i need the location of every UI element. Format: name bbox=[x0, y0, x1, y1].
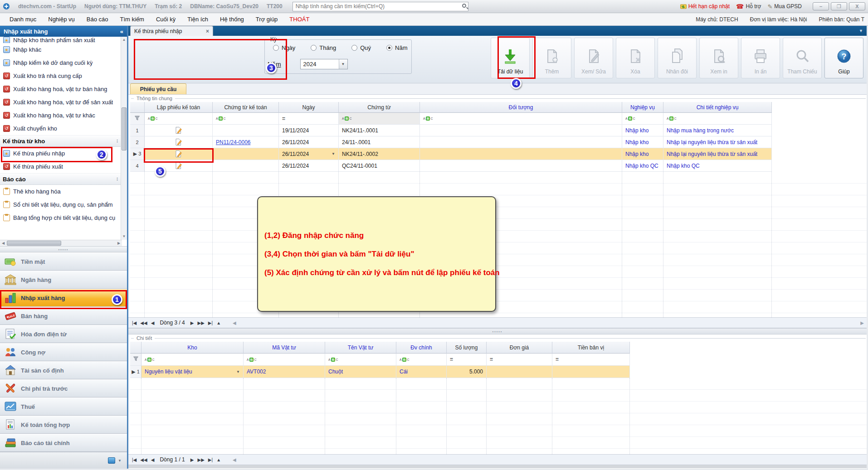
close-button[interactable]: X bbox=[849, 2, 865, 10]
filter-cell[interactable]: = bbox=[552, 354, 630, 366]
filter-cell[interactable]: ABC bbox=[420, 113, 622, 125]
business-cell[interactable]: Nhập kho bbox=[622, 125, 663, 136]
column-header-Kho[interactable]: Kho bbox=[141, 342, 244, 354]
column-header-Ngày[interactable]: Ngày bbox=[279, 102, 339, 113]
hscroll-left-icon[interactable]: ◀ bbox=[233, 457, 236, 462]
menu-item-tìm-kiếm[interactable]: Tìm kiếm bbox=[114, 13, 150, 25]
buy-gpsd-link[interactable]: ✎ Mua GPSD bbox=[767, 3, 802, 10]
sidebar-item-s-chi-ti-t-v-t-li-u-d-ng-c-s-n-ph-m[interactable]: Sổ chi tiết vật liệu, dụng cụ, sản phẩm bbox=[0, 198, 121, 211]
search-input[interactable] bbox=[293, 2, 468, 11]
sidebar-item-xu-t-kho-h-ng-ho-v-t-t-b-n-h-ng[interactable]: ↺Xuất kho hàng hoá, vật tư bán hàng bbox=[0, 82, 121, 96]
sidebar-item-xu-t-chuy-n-kho[interactable]: ↺Xuất chuyển kho bbox=[0, 122, 121, 135]
amount-cell[interactable] bbox=[552, 366, 630, 378]
first-row-button[interactable]: |◀ bbox=[132, 320, 137, 325]
column-header-Tiền bản vị[interactable]: Tiền bản vị bbox=[552, 342, 630, 354]
chevron-down-icon[interactable]: ▼ bbox=[118, 459, 122, 463]
first-row-button[interactable]: |◀ bbox=[132, 457, 137, 462]
filter-cell[interactable]: = bbox=[447, 354, 487, 366]
search-icon[interactable] bbox=[462, 4, 466, 8]
sidebar-item-k-th-a-phi-u-xu-t[interactable]: ↺Kế thừa phiếu xuất bbox=[0, 160, 121, 173]
filter-cell[interactable]: ABC bbox=[213, 113, 279, 125]
module-button-b-o-c-o-t-i-ch-nh[interactable]: Báo cáo tài chính bbox=[0, 434, 127, 452]
create-voucher-cell[interactable] bbox=[145, 125, 213, 136]
radio-qu-[interactable]: Quý bbox=[351, 44, 371, 51]
business-detail-cell[interactable]: Nhập lại nguyên liệu thừa từ sản xuất bbox=[663, 136, 772, 148]
hscroll-right-icon[interactable]: ▶ bbox=[860, 320, 864, 325]
business-detail-cell[interactable]: Nhập mua hàng trong nước bbox=[663, 125, 772, 136]
material-name-cell[interactable]: Chuột bbox=[325, 366, 396, 378]
filter-cell[interactable]: = bbox=[487, 354, 552, 366]
filter-cell[interactable]: ABC bbox=[622, 113, 663, 125]
sidebar-item-nh-p-ki-m-k-d-dang-cu-i-k-[interactable]: ★Nhập kiểm kê dở dang cuối kỳ bbox=[0, 56, 121, 69]
toolbar-button-t-i-d-li-u[interactable]: Tải dữ liệu bbox=[491, 38, 530, 78]
filter-cell[interactable]: ABC bbox=[663, 113, 772, 125]
collapse-pager-icon[interactable]: ▲ bbox=[216, 457, 221, 462]
sidebar-item-th-kho-h-ng-h-a[interactable]: Thẻ kho hàng hóa bbox=[0, 185, 121, 198]
prev-page-button[interactable]: ◀◀ bbox=[140, 320, 147, 325]
document-cell[interactable]: 24/11-.0001 bbox=[339, 136, 420, 148]
column-header-Số lượng[interactable]: Số lượng bbox=[447, 342, 487, 354]
next-page-button[interactable]: ▶▶ bbox=[197, 457, 204, 462]
next-page-button[interactable]: ▶▶ bbox=[197, 320, 204, 325]
voucher-link-cell[interactable] bbox=[213, 148, 279, 160]
object-cell[interactable] bbox=[420, 148, 622, 160]
support-link[interactable]: ☎ Hỗ trợ bbox=[736, 3, 761, 10]
column-header-Chứng từ[interactable]: Chứng từ bbox=[339, 102, 420, 113]
voucher-link[interactable]: PN11/24-0006 bbox=[216, 139, 251, 145]
column-header-Lập phiếu kế toán[interactable]: Lập phiếu kế toán bbox=[145, 102, 213, 113]
filter-cell[interactable]: ABC bbox=[396, 354, 447, 366]
create-voucher-cell[interactable] bbox=[145, 148, 213, 160]
column-header-Tên Vật tư[interactable]: Tên Vật tư bbox=[325, 342, 396, 354]
filter-cell[interactable]: ABC bbox=[325, 354, 396, 366]
business-cell[interactable]: Nhập kho QC bbox=[622, 160, 663, 172]
menu-item-báo-cáo[interactable]: Báo cáo bbox=[81, 13, 114, 25]
menu-item-danh-mục[interactable]: Danh mục bbox=[4, 13, 42, 25]
voucher-link-cell[interactable]: PN11/24-0006 bbox=[213, 136, 279, 148]
table-row[interactable]: ▶ 326/11/2024▼NK24/11-.0002Nhập khoNhập … bbox=[130, 148, 867, 160]
business-cell[interactable]: Nhập kho bbox=[622, 148, 663, 160]
prev-row-button[interactable]: ◀ bbox=[151, 320, 155, 325]
scroll-right-icon[interactable]: ▶ bbox=[116, 240, 122, 246]
filter-cell[interactable]: ABC bbox=[244, 354, 325, 366]
collapse-sidebar-icon[interactable]: « bbox=[120, 28, 123, 35]
column-header-Chứng từ kế toán[interactable]: Chứng từ kế toán bbox=[213, 102, 279, 113]
business-detail-cell[interactable]: Nhập kho QC bbox=[663, 160, 772, 172]
column-header-row-indicator[interactable] bbox=[130, 102, 145, 113]
sidebar-item-xu-t-kho-h-ng-h-a-v-t-t-s-n-xu-t[interactable]: ↺Xuất kho hàng hóa, vật tư để sản xuất bbox=[0, 96, 121, 109]
tab-list-chevron-icon[interactable]: ▼ bbox=[859, 29, 863, 33]
date-cell[interactable]: 26/11/2024 bbox=[279, 136, 339, 148]
module-button-b-n-h-ng[interactable]: SALEBán hàng bbox=[0, 307, 127, 325]
sidebar-item-xu-t-kho-tr-nh-cung-c-p[interactable]: ↺Xuất kho trả nhà cung cấp bbox=[0, 69, 121, 82]
object-cell[interactable] bbox=[420, 136, 622, 148]
sidebar-item-nh-p-kho-th-nh-ph-m-s-n-xu-t[interactable]: ★Nhập kho thành phẩm sản xuất bbox=[0, 37, 121, 43]
toolbar-button-gi-p[interactable]: ?Giúp bbox=[824, 38, 863, 78]
column-header-Đơn giá[interactable]: Đơn giá bbox=[487, 342, 552, 354]
business-detail-cell[interactable]: Nhập lại nguyên liệu thừa từ sản xuất bbox=[663, 148, 772, 160]
document-cell[interactable]: QC24/11-0001 bbox=[339, 160, 420, 172]
unit-price-cell[interactable] bbox=[487, 366, 552, 378]
scroll-up-icon[interactable]: ▲ bbox=[121, 37, 127, 43]
menu-item-thoát[interactable]: THOÁT bbox=[283, 13, 315, 25]
module-button-h-a-n-i-n-t-[interactable]: Hóa đơn điện tử bbox=[0, 325, 127, 343]
radio-n-m[interactable]: Năm bbox=[386, 44, 407, 51]
module-button-c-ng-n-[interactable]: Công nợ bbox=[0, 343, 127, 361]
scrollbar-thumb[interactable] bbox=[122, 107, 127, 150]
object-cell[interactable] bbox=[420, 125, 622, 136]
unit-cell[interactable]: Cái bbox=[396, 366, 447, 378]
next-row-button[interactable]: ▶ bbox=[190, 320, 194, 325]
minimize-button[interactable]: – bbox=[813, 2, 829, 10]
grid-splitter[interactable]: ••••• bbox=[128, 328, 867, 334]
module-button-ng-n-h-ng[interactable]: Ngân hàng bbox=[0, 271, 127, 289]
date-cell[interactable]: 26/11/2024 bbox=[279, 160, 339, 172]
tab-close-icon[interactable]: × bbox=[206, 28, 209, 34]
prev-page-button[interactable]: ◀◀ bbox=[140, 457, 147, 462]
document-cell[interactable]: NK24/11-.0001 bbox=[339, 125, 420, 136]
last-row-button[interactable]: ▶| bbox=[208, 457, 213, 462]
module-button-chi-ph-tr-tr-c[interactable]: Chi phí trả trước bbox=[0, 379, 127, 397]
filter-cell[interactable]: ABC bbox=[145, 113, 213, 125]
next-row-button[interactable]: ▶ bbox=[190, 457, 194, 462]
chevron-down-icon[interactable]: ▼ bbox=[236, 370, 240, 374]
menu-item-trợ-giúp[interactable]: Trợ giúp bbox=[250, 13, 284, 25]
radio-th-ng[interactable]: Tháng bbox=[311, 44, 336, 51]
filter-cell[interactable] bbox=[130, 354, 141, 366]
